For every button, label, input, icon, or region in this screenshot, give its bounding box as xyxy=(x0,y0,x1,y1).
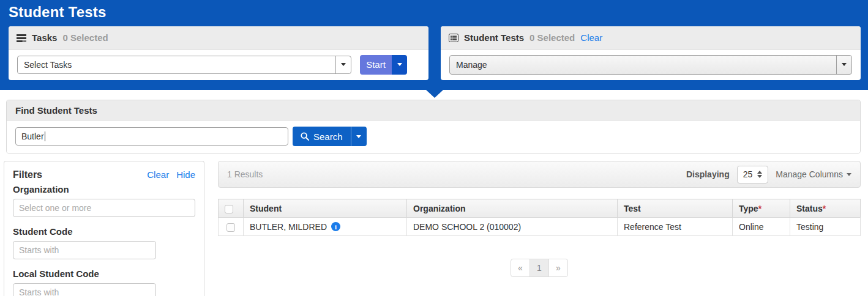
select-all-header-cell xyxy=(219,199,244,218)
row-checkbox[interactable] xyxy=(226,223,235,232)
column-header-status: Status* xyxy=(790,199,861,218)
chevron-down-icon[interactable] xyxy=(335,56,351,73)
local-student-code-filter-label: Local Student Code xyxy=(13,268,195,279)
required-marker: * xyxy=(758,204,761,213)
page-size-value: 25 xyxy=(743,169,753,179)
required-marker: * xyxy=(823,204,826,213)
student-tests-panel-header: Student Tests 0 Selected Clear xyxy=(441,26,861,50)
column-header-student: Student xyxy=(244,199,407,218)
page-size-select[interactable]: 25 xyxy=(737,166,769,183)
clear-selection-link[interactable]: Clear xyxy=(580,32,602,43)
search-button[interactable]: Search xyxy=(293,127,351,146)
select-all-checkbox[interactable] xyxy=(225,205,233,213)
row-select-cell xyxy=(219,218,244,236)
student-cell: BUTLER, MILDRED i xyxy=(244,218,407,236)
table-row: BUTLER, MILDRED i DEMO SCHOOL 2 (010002)… xyxy=(219,218,861,236)
results-toolbar: 1 Results Displaying 25 Manage Columns xyxy=(218,161,861,188)
tasks-selected-count: 0 Selected xyxy=(62,32,108,43)
filters-header: Filters Clear Hide xyxy=(13,169,195,180)
results-toolbar-right: Displaying 25 Manage Columns xyxy=(686,166,851,183)
action-panels-row: Tasks 0 Selected Select Tasks Start xyxy=(9,26,861,80)
manage-columns-button[interactable]: Manage Columns xyxy=(776,169,851,179)
tasks-panel: Tasks 0 Selected Select Tasks Start xyxy=(9,26,428,80)
find-student-tests-panel: Find Student Tests Search xyxy=(6,100,861,154)
filters-panel: Filters Clear Hide Organization Student … xyxy=(4,161,204,296)
column-header-organization: Organization xyxy=(407,199,618,218)
student-code-filter-label: Student Code xyxy=(13,226,195,237)
results-count: 1 Results xyxy=(227,169,263,179)
test-cell: Reference Test xyxy=(618,218,733,236)
results-table: Student Organization Test Type* Status* … xyxy=(218,199,861,236)
pagination-prev-button[interactable]: « xyxy=(511,259,530,277)
pagination-page-1-button[interactable]: 1 xyxy=(529,259,549,277)
tasks-select[interactable]: Select Tasks xyxy=(17,56,351,74)
page-title: Student Tests xyxy=(9,4,861,21)
start-button[interactable]: Start xyxy=(360,55,392,75)
text-cursor xyxy=(45,131,45,141)
student-name: BUTLER, MILDRED xyxy=(250,222,327,232)
list-alt-icon xyxy=(449,34,458,42)
pagination-next-button[interactable]: » xyxy=(548,259,568,277)
tasks-icon xyxy=(17,34,26,42)
student-tests-action-select[interactable]: Manage xyxy=(449,55,852,75)
organization-filter-label: Organization xyxy=(13,184,195,194)
student-tests-panel-body: Manage xyxy=(441,50,861,80)
start-split-button: Start xyxy=(360,55,407,75)
type-cell: Online xyxy=(733,218,790,236)
find-panel-title: Find Student Tests xyxy=(7,100,860,120)
tasks-select-value: Select Tasks xyxy=(18,56,335,73)
search-input[interactable] xyxy=(15,127,288,146)
manage-columns-label: Manage Columns xyxy=(776,169,843,179)
organization-cell: DEMO SCHOOL 2 (010002) xyxy=(407,218,618,236)
results-area: 1 Results Displaying 25 Manage Columns xyxy=(218,161,861,277)
search-button-label: Search xyxy=(313,131,343,142)
student-tests-selected-count: 0 Selected xyxy=(529,32,575,43)
chevron-down-icon xyxy=(356,135,361,138)
tasks-panel-title: Tasks xyxy=(32,32,57,43)
tasks-panel-header: Tasks 0 Selected xyxy=(9,26,428,50)
page-header: Student Tests Tasks 0 Selected Select Ta… xyxy=(0,0,868,90)
hero-pointer-notch xyxy=(426,90,443,98)
filters-links: Clear Hide xyxy=(147,169,195,180)
info-icon[interactable]: i xyxy=(331,222,340,231)
displaying-label: Displaying xyxy=(686,169,730,179)
find-panel-body: Search xyxy=(7,120,860,153)
chevron-down-icon xyxy=(397,63,402,66)
search-dropdown-toggle[interactable] xyxy=(351,127,367,146)
column-header-type: Type* xyxy=(733,199,790,218)
student-tests-action-value: Manage xyxy=(450,56,836,74)
chevron-down-icon[interactable] xyxy=(836,56,851,74)
filters-title: Filters xyxy=(13,169,42,180)
status-cell: Testing xyxy=(790,218,861,236)
student-tests-panel: Student Tests 0 Selected Clear Manage xyxy=(441,26,861,80)
organization-filter-input[interactable] xyxy=(13,199,195,217)
pagination: « 1 » xyxy=(218,259,861,277)
local-student-code-filter-input[interactable] xyxy=(13,283,156,296)
spinner-icon xyxy=(757,171,762,178)
student-tests-panel-title: Student Tests xyxy=(464,32,524,43)
search-icon xyxy=(301,132,309,141)
column-header-test: Test xyxy=(618,199,733,218)
table-header-row: Student Organization Test Type* Status* xyxy=(219,199,861,218)
student-code-filter-input[interactable] xyxy=(13,241,156,259)
content-row: Filters Clear Hide Organization Student … xyxy=(0,161,868,296)
search-input-wrap xyxy=(15,127,288,146)
tasks-panel-body: Select Tasks Start xyxy=(9,50,428,80)
chevron-down-icon xyxy=(847,173,851,176)
filters-hide-link[interactable]: Hide xyxy=(176,169,195,180)
start-dropdown-toggle[interactable] xyxy=(392,55,407,75)
filters-clear-link[interactable]: Clear xyxy=(147,169,169,180)
